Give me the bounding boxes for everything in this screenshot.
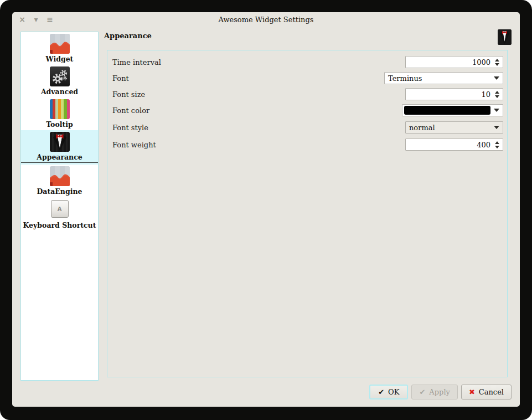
font-size-value[interactable]: 10 bbox=[406, 90, 493, 99]
spin-down-icon[interactable] bbox=[495, 95, 499, 98]
form-row-font-weight: Font weight 400 bbox=[111, 138, 503, 151]
font-weight-spinner[interactable]: 400 bbox=[405, 139, 503, 151]
sidebar-item-label: Widget bbox=[21, 55, 98, 65]
spin-up-icon[interactable] bbox=[495, 59, 499, 62]
chevron-down-icon bbox=[494, 76, 499, 80]
window-title: Awesome Widget Settings bbox=[12, 16, 520, 24]
form-row-font-color: Font color bbox=[111, 104, 503, 117]
sidebar-item-label: Keyboard Shortcut bbox=[21, 221, 98, 231]
spin-up-icon[interactable] bbox=[495, 91, 499, 94]
font-family-value: Terminus bbox=[385, 74, 494, 83]
time-interval-label: Time interval bbox=[111, 58, 161, 66]
cancel-button[interactable]: ✖ Cancel bbox=[461, 385, 512, 399]
color-swatch bbox=[404, 106, 490, 115]
chevron-down-icon bbox=[494, 126, 499, 129]
ok-button-label: OK bbox=[388, 388, 399, 396]
sidebar-item-appearance[interactable]: Appearance bbox=[21, 130, 98, 165]
check-icon: ✔ bbox=[378, 388, 384, 396]
form-row-font-style: Font style normal bbox=[111, 121, 503, 134]
form-row-font-size: Font size 10 bbox=[111, 88, 503, 101]
cancel-button-label: Cancel bbox=[479, 388, 504, 396]
tuxedo-icon bbox=[498, 29, 512, 45]
titlebar: × ▾ ≡ Awesome Widget Settings bbox=[12, 12, 520, 28]
form-row-font: Font Terminus bbox=[111, 71, 503, 85]
window-frame: × ▾ ≡ Awesome Widget Settings bbox=[0, 0, 532, 420]
sidebar-item-label: Advanced bbox=[21, 88, 98, 98]
font-family-dropdown[interactable]: Terminus bbox=[384, 72, 503, 84]
page-title: Appearance bbox=[104, 32, 152, 40]
font-style-value: normal bbox=[406, 124, 494, 132]
x-icon: ✖ bbox=[469, 388, 475, 396]
font-size-label: Font size bbox=[111, 90, 145, 99]
sidebar-item-keyboard-shortcut[interactable]: A Keyboard Shortcut bbox=[21, 197, 98, 231]
category-sidebar: Widget bbox=[20, 32, 99, 381]
sidebar-item-label: DataEngine bbox=[21, 187, 98, 197]
font-style-dropdown[interactable]: normal bbox=[405, 121, 503, 134]
apply-button-label: Apply bbox=[429, 388, 450, 396]
keyboard-key-icon: A bbox=[50, 200, 70, 220]
spin-down-icon[interactable] bbox=[495, 63, 499, 66]
settings-window: × ▾ ≡ Awesome Widget Settings bbox=[12, 12, 520, 407]
sidebar-item-widget[interactable]: Widget bbox=[21, 32, 98, 65]
time-interval-value[interactable]: 1000 bbox=[406, 58, 493, 66]
tuxedo-icon bbox=[50, 132, 70, 152]
font-weight-value[interactable]: 400 bbox=[406, 141, 493, 149]
font-color-label: Font color bbox=[111, 106, 149, 115]
sidebar-item-tooltip[interactable]: Tooltip bbox=[21, 98, 98, 130]
sidebar-item-label: Appearance bbox=[21, 153, 98, 163]
sidebar-item-advanced[interactable]: Advanced bbox=[21, 65, 98, 98]
gears-icon bbox=[50, 66, 70, 86]
sidebar-item-dataengine[interactable]: DataEngine bbox=[21, 165, 98, 197]
font-weight-label: Font weight bbox=[111, 141, 156, 149]
area-chart-icon bbox=[50, 166, 70, 186]
form-row-time-interval: Time interval 1000 bbox=[111, 55, 503, 69]
check-icon: ✔ bbox=[419, 388, 425, 396]
sidebar-item-label: Tooltip bbox=[21, 120, 98, 130]
spin-down-icon[interactable] bbox=[495, 146, 499, 148]
font-color-dropdown[interactable] bbox=[402, 104, 503, 116]
ok-button[interactable]: ✔ OK bbox=[369, 385, 408, 399]
appearance-form: Time interval 1000 Font Terminus Font s bbox=[107, 50, 508, 377]
time-interval-spinner[interactable]: 1000 bbox=[405, 56, 503, 68]
font-label: Font bbox=[111, 74, 129, 83]
font-size-spinner[interactable]: 10 bbox=[405, 88, 503, 100]
color-stripes-icon bbox=[50, 99, 70, 119]
dialog-buttons: ✔ OK ✔ Apply ✖ Cancel bbox=[369, 385, 512, 399]
apply-button[interactable]: ✔ Apply bbox=[411, 385, 457, 399]
chevron-down-icon bbox=[494, 109, 499, 112]
font-style-label: Font style bbox=[111, 124, 148, 132]
area-chart-icon bbox=[50, 34, 70, 54]
spin-up-icon[interactable] bbox=[495, 141, 499, 144]
